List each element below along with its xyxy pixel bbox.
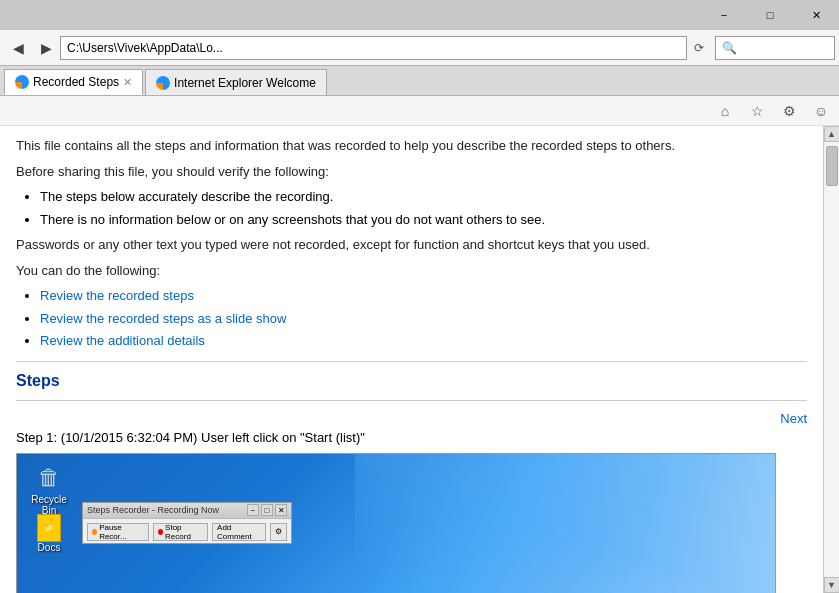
password-note: Passwords or any other text you typed we… bbox=[16, 235, 807, 255]
pause-dot-icon bbox=[92, 529, 97, 535]
stop-dot-icon bbox=[158, 529, 163, 535]
popup-close-btn[interactable]: ✕ bbox=[275, 504, 287, 516]
links-list: Review the recorded steps Review the rec… bbox=[40, 286, 807, 351]
list-item-review-details: Review the additional details bbox=[40, 331, 807, 351]
next-link[interactable]: Next bbox=[780, 411, 807, 426]
refresh-icon[interactable]: ⟳ bbox=[687, 36, 711, 60]
tab-ie-welcome[interactable]: Internet Explorer Welcome bbox=[145, 69, 327, 95]
stop-record-btn[interactable]: Stop Record bbox=[153, 523, 208, 541]
verify-item-2: There is no information below or on any … bbox=[40, 210, 807, 230]
popup-minimize-btn[interactable]: − bbox=[247, 504, 259, 516]
can-do-text: You can do the following: bbox=[16, 261, 807, 281]
docs-folder-label: Docs bbox=[38, 542, 61, 553]
light-ray bbox=[355, 454, 775, 594]
popup-title-text: Steps Recorder - Recording Now bbox=[87, 505, 219, 515]
forward-button[interactable]: ▶ bbox=[32, 34, 60, 62]
tab-ie-welcome-label: Internet Explorer Welcome bbox=[174, 76, 316, 90]
toolbar: ⌂ ☆ ⚙ ☺ bbox=[0, 96, 839, 126]
popup-settings-btn[interactable]: ⚙ bbox=[270, 523, 287, 541]
maximize-button[interactable]: □ bbox=[747, 0, 793, 30]
scroll-thumb[interactable] bbox=[826, 146, 838, 186]
settings-button[interactable]: ⚙ bbox=[775, 98, 803, 124]
stop-record-label: Stop Record bbox=[165, 523, 203, 541]
close-button[interactable]: ✕ bbox=[793, 0, 839, 30]
back-button[interactable]: ◀ bbox=[4, 34, 32, 62]
review-steps-link[interactable]: Review the recorded steps bbox=[40, 288, 194, 303]
search-input[interactable] bbox=[715, 36, 835, 60]
pause-record-label: Pause Recor... bbox=[99, 523, 144, 541]
address-input[interactable] bbox=[60, 36, 687, 60]
window-controls: − □ ✕ bbox=[701, 0, 839, 30]
popup-controls: − □ ✕ bbox=[247, 504, 287, 516]
desktop-background: 🗑 Recycle Bin 📁 Docs Steps Recorder - Re… bbox=[17, 454, 775, 594]
popup-body: Pause Recor... Stop Record Add Comment ⚙ bbox=[83, 519, 291, 545]
review-slideshow-link[interactable]: Review the recorded steps as a slide sho… bbox=[40, 311, 286, 326]
steps-heading: Steps bbox=[16, 372, 807, 390]
docs-folder-icon: 📁 Docs bbox=[25, 514, 73, 553]
ie-icon bbox=[15, 75, 29, 89]
favorites-button[interactable]: ☆ bbox=[743, 98, 771, 124]
popup-title-bar: Steps Recorder - Recording Now − □ ✕ bbox=[83, 503, 291, 519]
recycle-bin-label: Recycle Bin bbox=[25, 494, 73, 516]
scroll-track[interactable] bbox=[825, 142, 839, 577]
step1-header: Step 1: (10/1/2015 6:32:04 PM) User left… bbox=[16, 430, 807, 445]
tab-recorded-steps[interactable]: Recorded Steps ✕ bbox=[4, 69, 143, 95]
step1-action: User left click on "Start (list)" bbox=[197, 430, 364, 445]
scroll-down-arrow[interactable]: ▼ bbox=[824, 577, 840, 593]
add-comment-btn[interactable]: Add Comment bbox=[212, 523, 266, 541]
vertical-scrollbar[interactable]: ▲ ▼ bbox=[823, 126, 839, 593]
add-comment-label: Add Comment bbox=[217, 523, 261, 541]
minimize-button[interactable]: − bbox=[701, 0, 747, 30]
docs-folder-graphic: 📁 bbox=[37, 514, 61, 542]
intro-text: This file contains all the steps and inf… bbox=[16, 136, 807, 156]
tab-recorded-steps-label: Recorded Steps bbox=[33, 75, 119, 89]
title-bar: − □ ✕ bbox=[0, 0, 839, 30]
list-item-review-steps: Review the recorded steps bbox=[40, 286, 807, 306]
steps-recorder-popup: Steps Recorder - Recording Now − □ ✕ Pau… bbox=[82, 502, 292, 544]
step-navigation: Next bbox=[16, 411, 807, 426]
ie-icon-2 bbox=[156, 76, 170, 90]
verify-heading: Before sharing this file, you should ver… bbox=[16, 162, 807, 182]
review-details-link[interactable]: Review the additional details bbox=[40, 333, 205, 348]
divider-2 bbox=[16, 400, 807, 401]
step1-label: Step 1: (10/1/2015 6:32:04 PM) bbox=[16, 430, 197, 445]
step1-screenshot: 🗑 Recycle Bin 📁 Docs Steps Recorder - Re… bbox=[16, 453, 776, 594]
divider-1 bbox=[16, 361, 807, 362]
verify-item-1: The steps below accurately describe the … bbox=[40, 187, 807, 207]
smiley-button[interactable]: ☺ bbox=[807, 98, 835, 124]
tab-close-icon[interactable]: ✕ bbox=[123, 76, 132, 89]
address-bar: ◀ ▶ ⟳ bbox=[0, 30, 839, 66]
popup-maximize-btn[interactable]: □ bbox=[261, 504, 273, 516]
scroll-up-arrow[interactable]: ▲ bbox=[824, 126, 840, 142]
list-item-review-slideshow: Review the recorded steps as a slide sho… bbox=[40, 309, 807, 329]
tab-bar: Recorded Steps ✕ Internet Explorer Welco… bbox=[0, 66, 839, 96]
recycle-bin-icon: 🗑 Recycle Bin bbox=[25, 462, 73, 516]
content-wrapper: This file contains all the steps and inf… bbox=[0, 126, 839, 593]
main-content: This file contains all the steps and inf… bbox=[0, 126, 823, 593]
home-button[interactable]: ⌂ bbox=[711, 98, 739, 124]
verify-list: The steps below accurately describe the … bbox=[40, 187, 807, 229]
recycle-bin-graphic: 🗑 bbox=[35, 462, 63, 494]
pause-record-btn[interactable]: Pause Recor... bbox=[87, 523, 149, 541]
